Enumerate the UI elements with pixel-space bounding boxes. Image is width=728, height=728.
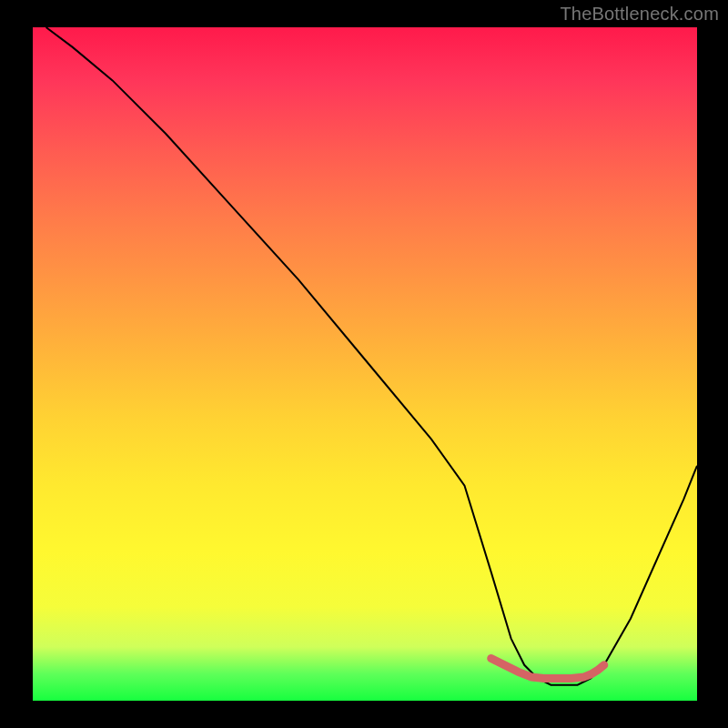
optimal-range-marker xyxy=(491,659,604,679)
chart-svg xyxy=(33,27,697,692)
watermark-text: TheBottleneck.com xyxy=(560,4,719,25)
plot-area xyxy=(33,27,697,701)
bottleneck-curve xyxy=(46,27,697,685)
chart-stage: TheBottleneck.com xyxy=(0,0,728,728)
